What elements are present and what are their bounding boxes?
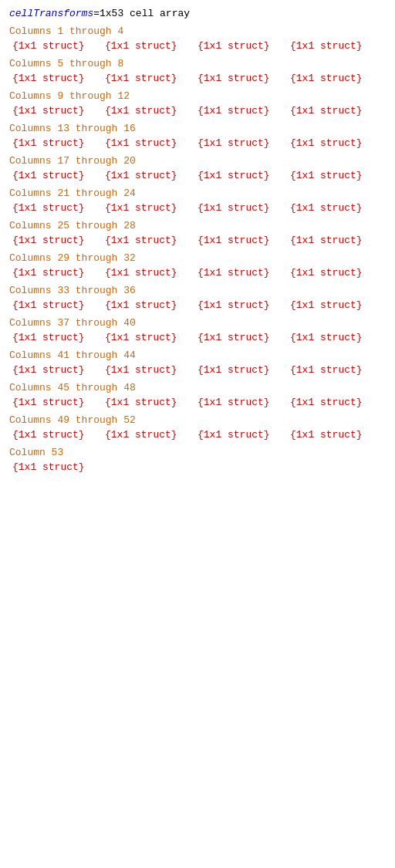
output-container: cellTransforms=1x53 cell array [9, 8, 386, 19]
struct-cell: {1x1 struct} [290, 299, 383, 311]
section-4: Columns 13 through 16{1x1 struct}{1x1 st… [9, 123, 386, 149]
struct-cell: {1x1 struct} [198, 40, 290, 52]
struct-row-14: {1x1 struct} [12, 461, 386, 473]
struct-cell: {1x1 struct} [105, 202, 198, 214]
section-header-6: Columns 21 through 24 [9, 187, 386, 199]
struct-cell: {1x1 struct} [290, 170, 383, 181]
struct-cell: {1x1 struct} [105, 397, 198, 408]
section-10: Columns 37 through 40{1x1 struct}{1x1 st… [9, 317, 386, 343]
struct-cell: {1x1 struct} [198, 137, 290, 149]
struct-cell: {1x1 struct} [105, 170, 198, 181]
struct-cell: {1x1 struct} [290, 364, 383, 376]
struct-cell: {1x1 struct} [105, 137, 198, 149]
section-header-8: Columns 29 through 32 [9, 252, 386, 264]
section-5: Columns 17 through 20{1x1 struct}{1x1 st… [9, 155, 386, 181]
struct-cell: {1x1 struct} [290, 105, 383, 117]
struct-row-2: {1x1 struct}{1x1 struct}{1x1 struct}{1x1… [12, 73, 386, 84]
struct-row-13: {1x1 struct}{1x1 struct}{1x1 struct}{1x1… [12, 429, 386, 441]
struct-row-8: {1x1 struct}{1x1 struct}{1x1 struct}{1x1… [12, 267, 386, 279]
section-3: Columns 9 through 12{1x1 struct}{1x1 str… [9, 90, 386, 117]
struct-row-9: {1x1 struct}{1x1 struct}{1x1 struct}{1x1… [12, 299, 386, 311]
struct-cell: {1x1 struct} [198, 105, 290, 117]
struct-cell: {1x1 struct} [12, 461, 105, 473]
struct-cell: {1x1 struct} [105, 429, 198, 441]
variable-name: cellTransforms [9, 8, 93, 19]
section-14: Column 53{1x1 struct} [9, 447, 386, 473]
struct-row-5: {1x1 struct}{1x1 struct}{1x1 struct}{1x1… [12, 170, 386, 181]
section-header-5: Columns 17 through 20 [9, 155, 386, 167]
struct-cell: {1x1 struct} [198, 397, 290, 408]
header-description: =1x53 cell array [93, 8, 190, 19]
struct-cell: {1x1 struct} [198, 332, 290, 343]
section-13: Columns 49 through 52{1x1 struct}{1x1 st… [9, 414, 386, 441]
struct-cell: {1x1 struct} [12, 40, 105, 52]
section-9: Columns 33 through 36{1x1 struct}{1x1 st… [9, 285, 386, 311]
struct-cell: {1x1 struct} [105, 332, 198, 343]
section-12: Columns 45 through 48{1x1 struct}{1x1 st… [9, 382, 386, 408]
sections-container: Columns 1 through 4{1x1 struct}{1x1 stru… [9, 25, 386, 473]
struct-cell: {1x1 struct} [198, 429, 290, 441]
struct-cell: {1x1 struct} [105, 105, 198, 117]
struct-row-1: {1x1 struct}{1x1 struct}{1x1 struct}{1x1… [12, 40, 386, 52]
struct-cell: {1x1 struct} [198, 73, 290, 84]
struct-cell: {1x1 struct} [290, 137, 383, 149]
struct-cell: {1x1 struct} [105, 299, 198, 311]
section-header-12: Columns 45 through 48 [9, 382, 386, 393]
struct-cell: {1x1 struct} [290, 202, 383, 214]
section-header-2: Columns 5 through 8 [9, 58, 386, 69]
struct-cell: {1x1 struct} [12, 73, 105, 84]
struct-cell: {1x1 struct} [12, 397, 105, 408]
struct-cell: {1x1 struct} [290, 73, 383, 84]
struct-cell: {1x1 struct} [12, 202, 105, 214]
struct-cell: {1x1 struct} [105, 40, 198, 52]
struct-row-6: {1x1 struct}{1x1 struct}{1x1 struct}{1x1… [12, 202, 386, 214]
struct-cell: {1x1 struct} [290, 40, 383, 52]
section-header-14: Column 53 [9, 447, 386, 458]
section-header-9: Columns 33 through 36 [9, 285, 386, 296]
struct-cell: {1x1 struct} [290, 332, 383, 343]
section-2: Columns 5 through 8{1x1 struct}{1x1 stru… [9, 58, 386, 84]
section-8: Columns 29 through 32{1x1 struct}{1x1 st… [9, 252, 386, 279]
struct-cell: {1x1 struct} [12, 170, 105, 181]
header-line: cellTransforms=1x53 cell array [9, 8, 386, 19]
struct-cell: {1x1 struct} [290, 429, 383, 441]
struct-cell: {1x1 struct} [12, 267, 105, 279]
section-header-7: Columns 25 through 28 [9, 220, 386, 231]
section-header-4: Columns 13 through 16 [9, 123, 386, 134]
section-7: Columns 25 through 28{1x1 struct}{1x1 st… [9, 220, 386, 246]
struct-cell: {1x1 struct} [290, 267, 383, 279]
struct-cell: {1x1 struct} [105, 267, 198, 279]
section-1: Columns 1 through 4{1x1 struct}{1x1 stru… [9, 25, 386, 52]
struct-cell: {1x1 struct} [12, 364, 105, 376]
section-header-11: Columns 41 through 44 [9, 350, 386, 361]
struct-row-4: {1x1 struct}{1x1 struct}{1x1 struct}{1x1… [12, 137, 386, 149]
struct-row-10: {1x1 struct}{1x1 struct}{1x1 struct}{1x1… [12, 332, 386, 343]
section-header-13: Columns 49 through 52 [9, 414, 386, 426]
struct-row-12: {1x1 struct}{1x1 struct}{1x1 struct}{1x1… [12, 397, 386, 408]
struct-cell: {1x1 struct} [198, 235, 290, 246]
section-6: Columns 21 through 24{1x1 struct}{1x1 st… [9, 187, 386, 214]
struct-cell: {1x1 struct} [198, 267, 290, 279]
struct-cell: {1x1 struct} [12, 299, 105, 311]
section-header-1: Columns 1 through 4 [9, 25, 386, 37]
struct-cell: {1x1 struct} [12, 332, 105, 343]
struct-cell: {1x1 struct} [198, 299, 290, 311]
struct-cell: {1x1 struct} [198, 170, 290, 181]
struct-cell: {1x1 struct} [198, 364, 290, 376]
struct-row-11: {1x1 struct}{1x1 struct}{1x1 struct}{1x1… [12, 364, 386, 376]
struct-cell: {1x1 struct} [105, 73, 198, 84]
struct-cell: {1x1 struct} [12, 429, 105, 441]
struct-cell: {1x1 struct} [290, 397, 383, 408]
struct-cell: {1x1 struct} [105, 364, 198, 376]
struct-cell: {1x1 struct} [198, 202, 290, 214]
section-header-10: Columns 37 through 40 [9, 317, 386, 329]
section-11: Columns 41 through 44{1x1 struct}{1x1 st… [9, 350, 386, 376]
section-header-3: Columns 9 through 12 [9, 90, 386, 102]
struct-cell: {1x1 struct} [290, 235, 383, 246]
struct-cell: {1x1 struct} [12, 137, 105, 149]
struct-cell: {1x1 struct} [12, 105, 105, 117]
struct-row-7: {1x1 struct}{1x1 struct}{1x1 struct}{1x1… [12, 235, 386, 246]
struct-row-3: {1x1 struct}{1x1 struct}{1x1 struct}{1x1… [12, 105, 386, 117]
struct-cell: {1x1 struct} [105, 235, 198, 246]
struct-cell: {1x1 struct} [12, 235, 105, 246]
